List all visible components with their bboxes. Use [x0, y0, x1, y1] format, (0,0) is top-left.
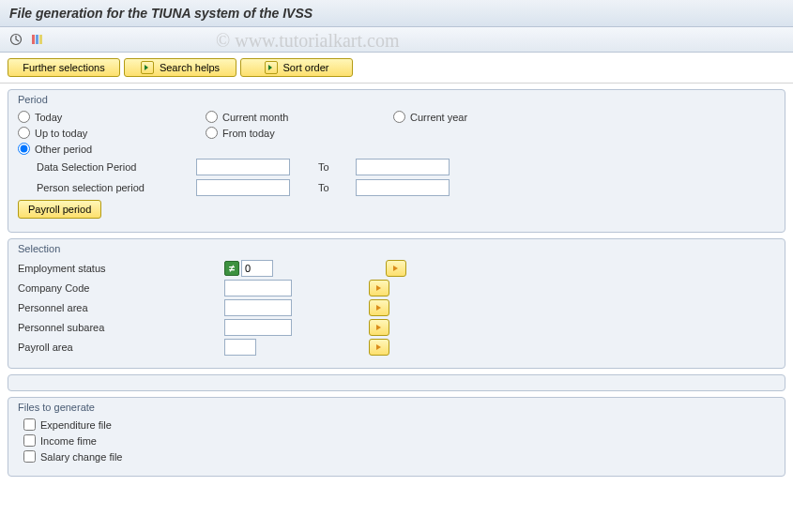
person-selection-to-input[interactable]: [356, 179, 450, 196]
files-title: Files to generate: [18, 402, 775, 413]
to-label: To: [318, 161, 356, 173]
person-selection-from-input[interactable]: [196, 179, 290, 196]
to-label: To: [318, 182, 356, 193]
sort-order-button[interactable]: Sort order: [240, 58, 353, 77]
employment-status-input[interactable]: [241, 260, 273, 277]
data-selection-to-input[interactable]: [356, 159, 450, 175]
company-code-label: Company Code: [18, 282, 224, 294]
payroll-period-button[interactable]: Payroll period: [18, 200, 101, 219]
sort-order-label: Sort order: [283, 62, 329, 73]
radio-from-today[interactable]: From today: [206, 127, 393, 139]
not-equal-icon[interactable]: ≠: [224, 261, 239, 276]
radio-other-period[interactable]: Other period: [18, 143, 206, 155]
personnel-area-input[interactable]: [224, 299, 292, 316]
radio-up-to-today[interactable]: Up to today: [18, 127, 206, 139]
action-buttons: Further selections Search helps Sort ord…: [0, 53, 793, 84]
multiple-selection-button[interactable]: [369, 319, 389, 336]
multiple-selection-button[interactable]: [369, 280, 389, 296]
period-group: Period Today Current month Current year …: [8, 89, 785, 233]
data-selection-label: Data Selection Period: [18, 161, 196, 173]
company-code-input[interactable]: [224, 280, 292, 296]
search-helps-label: Search helps: [160, 62, 220, 73]
radio-today[interactable]: Today: [18, 111, 206, 123]
personnel-subarea-label: Personnel subarea: [18, 322, 224, 333]
salary-change-checkbox[interactable]: Salary change file: [18, 450, 775, 463]
variant-icon[interactable]: [28, 31, 45, 48]
radio-current-month[interactable]: Current month: [206, 111, 393, 123]
page-title: File generation for the TIUNA system of …: [0, 0, 793, 27]
arrow-right-icon: [141, 61, 154, 74]
arrow-right-icon: [265, 61, 278, 74]
svg-rect-1: [32, 35, 35, 44]
personnel-subarea-input[interactable]: [224, 319, 292, 336]
period-title: Period: [18, 94, 775, 105]
multiple-selection-button[interactable]: [369, 299, 389, 316]
multiple-selection-button[interactable]: [369, 339, 389, 356]
expenditure-checkbox[interactable]: Expenditure file: [18, 418, 775, 431]
files-group: Files to generate Expenditure file Incom…: [8, 397, 785, 477]
selection-title: Selection: [18, 243, 775, 254]
employment-status-label: Employment status: [18, 263, 224, 274]
selection-group: Selection Employment status ≠ Company Co…: [8, 238, 785, 369]
further-selections-button[interactable]: Further selections: [8, 58, 120, 77]
payroll-area-label: Payroll area: [18, 342, 224, 353]
app-toolbar: [0, 27, 793, 53]
income-checkbox[interactable]: Income fime: [18, 434, 775, 447]
search-helps-button[interactable]: Search helps: [124, 58, 236, 77]
personnel-area-label: Personnel area: [18, 302, 224, 313]
data-selection-from-input[interactable]: [196, 159, 290, 175]
execute-icon[interactable]: [8, 31, 24, 48]
payroll-area-input[interactable]: [224, 339, 256, 356]
svg-rect-2: [36, 35, 38, 44]
person-selection-label: Person selection period: [18, 182, 196, 193]
multiple-selection-button[interactable]: [386, 260, 406, 277]
radio-current-year[interactable]: Current year: [393, 111, 467, 123]
spacer-group: [8, 374, 785, 391]
further-selections-label: Further selections: [23, 62, 104, 73]
svg-rect-3: [39, 35, 42, 44]
